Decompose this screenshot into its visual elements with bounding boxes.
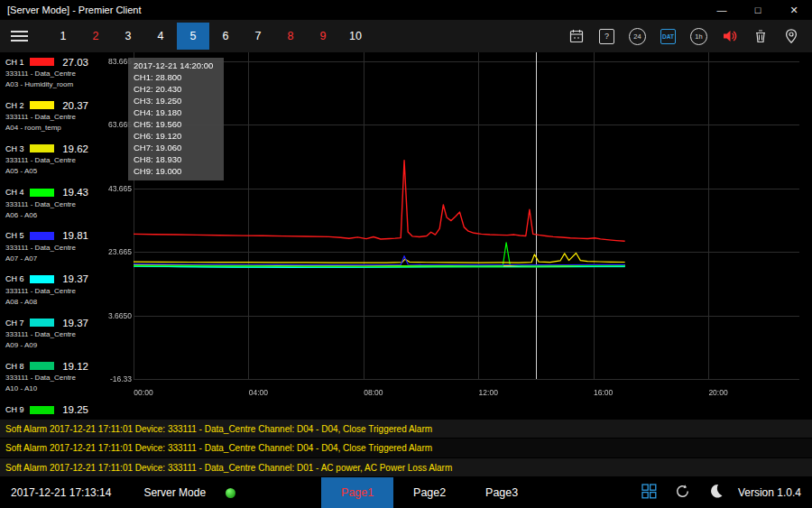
toolbar-page-7[interactable]: 7: [242, 23, 274, 50]
location-icon[interactable]: [779, 23, 803, 49]
chart-panel: 2017-12-21 14:20:00CH1: 28.800CH2: 20.43…: [106, 52, 812, 420]
channel-row: CH 127.03: [5, 55, 106, 69]
toolbar-page-4[interactable]: 4: [144, 23, 177, 50]
channel-color-swatch: [30, 362, 54, 370]
calendar-history-icon[interactable]: [564, 23, 588, 49]
chart-tooltip: 2017-12-21 14:20:00CH1: 28.800CH2: 20.43…: [128, 58, 224, 180]
1h-icon-glyph: 1h: [690, 28, 707, 45]
channel-color-swatch: [30, 319, 54, 327]
channel-row: CH 719.37: [5, 316, 106, 329]
toolbar-page-3[interactable]: 3: [112, 23, 144, 50]
channel-device: 333111 - Data_Centre: [5, 373, 106, 383]
channel-value: 19.37: [62, 273, 106, 284]
channel-value: 19.81: [62, 230, 106, 241]
channel-point: A03 - Humidity_room: [5, 79, 106, 90]
channel-color-swatch: [30, 232, 54, 240]
alarm-list: Soft Alarm 2017-12-21 17:11:01 Device: 3…: [0, 420, 812, 477]
tooltip-row: CH4: 19.180: [134, 106, 217, 118]
channel-point: A08 - A08: [5, 297, 106, 308]
channel-row: CH 619.37: [5, 272, 106, 286]
refresh-icon[interactable]: [674, 483, 691, 503]
1h-view-icon[interactable]: 1h: [687, 23, 711, 49]
toolbar-page-9[interactable]: 9: [307, 23, 339, 50]
channel-point: A09 - A09: [5, 340, 106, 351]
toolbar-page-8[interactable]: 8: [274, 23, 307, 50]
toolbar-page-6[interactable]: 6: [209, 23, 242, 50]
channel-row: CH 319.62: [5, 142, 106, 155]
status-bar: 2017-12-21 17:13:14 Server Mode Page1Pag…: [0, 477, 812, 508]
channel-device: 333111 - Data_Centre: [5, 155, 106, 166]
status-page-Page2[interactable]: Page2: [393, 477, 466, 508]
channel-point: A04 - room_temp: [5, 123, 106, 134]
channel-value: 19.43: [62, 187, 106, 198]
channel-row: CH 519.81: [5, 229, 106, 243]
help-icon-glyph: ?: [599, 29, 614, 44]
channel-row: CH 819.12: [5, 359, 106, 373]
alarm-sound-icon[interactable]: [717, 23, 742, 49]
channel-row: CH 419.43: [5, 186, 106, 199]
status-icons: [641, 483, 724, 503]
toolbar-page-10[interactable]: 10: [339, 23, 372, 50]
connection-status-indicator: [226, 488, 235, 498]
channel-color-swatch: [30, 58, 54, 66]
channel-item[interactable]: CH 419.43333111 - Data_CentreA06 - A06: [0, 186, 106, 226]
tooltip-row: CH5: 19.560: [134, 118, 217, 130]
channel-value: 27.03: [62, 57, 106, 68]
status-page-Page3[interactable]: Page3: [466, 477, 538, 508]
channel-device: 333111 - Data_Centre: [5, 243, 106, 254]
channel-name: CH 9: [5, 405, 30, 414]
channel-device: 333111 - Data_Centre: [5, 199, 106, 210]
channel-sidebar: CH 127.03333111 - Data_CentreA03 - Humid…: [0, 52, 106, 420]
layout-view-icon[interactable]: [641, 483, 658, 503]
status-page-Page1[interactable]: Page1: [321, 477, 393, 508]
channel-value: 19.37: [62, 318, 106, 328]
channel-item[interactable]: CH 519.81333111 - Data_CentreA07 - A07: [0, 229, 106, 270]
toolbar-page-2[interactable]: 2: [79, 23, 112, 50]
status-pages: Page1Page2Page3: [321, 477, 538, 508]
night-mode-icon[interactable]: [707, 483, 724, 503]
alarm-row[interactable]: Soft Alarm 2017-12-21 17:11:01 Device: 3…: [0, 439, 812, 457]
help-icon[interactable]: ?: [595, 23, 619, 49]
channel-name: CH 1: [5, 58, 30, 67]
24h-view-icon[interactable]: 24: [625, 23, 650, 49]
channel-name: CH 4: [5, 188, 30, 197]
alarm-row[interactable]: Soft Alarm 2017-12-21 17:11:01 Device: 3…: [0, 420, 812, 439]
app-window: [Server Mode] - Premier Client — □ ✕ 123…: [0, 0, 812, 508]
channel-device: 333111 - Data_Centre: [5, 329, 106, 340]
toolbar-page-5[interactable]: 5: [177, 23, 209, 50]
channel-item[interactable]: CH 127.03333111 - Data_CentreA03 - Humid…: [0, 55, 106, 96]
channel-row: CH 220.37: [5, 98, 106, 112]
tooltip-row: CH2: 20.430: [134, 83, 217, 95]
channel-color-swatch: [30, 275, 54, 283]
channel-point: A05 - A05: [5, 166, 106, 177]
channel-name: CH 7: [5, 319, 30, 328]
tooltip-row: CH8: 18.930: [134, 153, 217, 165]
toolbar-page-1[interactable]: 1: [47, 23, 79, 50]
trash-icon[interactable]: [748, 23, 772, 49]
channel-point: A06 - A06: [5, 210, 106, 221]
maximize-button[interactable]: □: [740, 0, 776, 20]
dat-icon-glyph: DAT: [660, 29, 676, 44]
channel-color-swatch: [30, 101, 54, 109]
channel-name: CH 2: [5, 101, 30, 110]
menu-icon[interactable]: [11, 31, 32, 42]
channel-item[interactable]: CH 719.37333111 - Data_CentreA09 - A09: [0, 316, 106, 356]
channel-item[interactable]: CH 819.12333111 - Data_CentreA10 - A10: [0, 359, 106, 400]
channel-item[interactable]: CH 319.62333111 - Data_CentreA05 - A05: [0, 142, 106, 182]
minimize-button[interactable]: —: [704, 0, 740, 20]
channel-name: CH 8: [5, 362, 30, 371]
channel-item[interactable]: CH 220.37333111 - Data_CentreA04 - room_…: [0, 98, 106, 139]
channel-device: 333111 - Data_Centre: [5, 112, 106, 123]
channel-item[interactable]: CH 619.37333111 - Data_CentreA08 - A08: [0, 272, 106, 313]
tooltip-row: CH6: 19.120: [134, 130, 217, 142]
alarm-row[interactable]: Soft Alarm 2017-12-21 17:11:01 Device: 3…: [0, 458, 812, 477]
close-button[interactable]: ✕: [776, 0, 812, 20]
status-timestamp: 2017-12-21 17:13:14: [0, 486, 111, 499]
channel-value: 19.25: [62, 404, 106, 415]
channel-name: CH 5: [5, 231, 30, 240]
dat-view-icon[interactable]: DAT: [656, 23, 680, 49]
title-bar: [Server Mode] - Premier Client — □ ✕: [0, 0, 812, 20]
channel-value: 20.37: [62, 100, 106, 111]
24h-icon-glyph: 24: [629, 28, 646, 45]
channel-color-swatch: [30, 144, 54, 152]
